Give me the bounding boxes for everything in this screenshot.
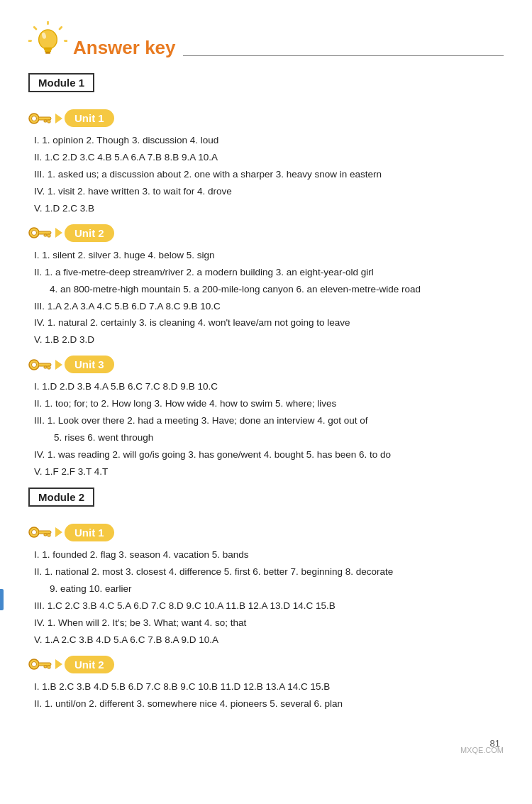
unit2-m2-header: Unit 2: [28, 656, 504, 673]
unit2-m1-badge: Unit 2: [65, 224, 114, 242]
unit3-m1-row-IV: IV. 1. was reading 2. will go/is going 3…: [34, 447, 504, 463]
unit1-m2-answers: I. 1. founded 2. flag 3. season 4. vacat…: [28, 547, 504, 649]
unit2-m1-header: Unit 2: [28, 224, 504, 242]
svg-rect-32: [38, 663, 51, 666]
module2: Module 2 Unit 1 I. 1. founded 2. flag: [28, 488, 504, 712]
header-underline: [183, 55, 504, 56]
svg-rect-17: [38, 231, 51, 234]
unit2-m1-row-V: V. 1.B 2.D 3.D: [34, 332, 504, 348]
unit1-m1-row-I: I. 1. opinion 2. Though 3. discussion 4.…: [34, 133, 504, 149]
unit2-m2: Unit 2 I. 1.B 2.C 3.B 4.D 5.B 6.D 7.C 8.…: [28, 656, 504, 712]
svg-rect-27: [38, 531, 51, 534]
unit1-m2-row-I: I. 1. founded 2. flag 3. season 4. vacat…: [34, 547, 504, 563]
unit3-m1-answers: I. 1.D 2.D 3.B 4.A 5.B 6.C 7.C 8.D 9.B 1…: [28, 379, 504, 480]
svg-rect-12: [38, 117, 51, 120]
svg-rect-33: [48, 666, 50, 668]
unit3-m1-badge: Unit 3: [65, 356, 114, 373]
svg-rect-7: [45, 50, 51, 52]
svg-rect-8: [45, 52, 50, 54]
svg-point-16: [32, 231, 37, 236]
unit1-m1-row-III: III. 1. asked us; a discussion about 2. …: [34, 167, 504, 183]
unit1-m1-row-II: II. 1.C 2.D 3.C 4.B 5.A 6.A 7.B 8.B 9.A …: [34, 150, 504, 166]
svg-rect-23: [48, 366, 50, 369]
svg-point-11: [32, 116, 37, 121]
svg-rect-28: [48, 534, 50, 536]
unit1-m1-answers: I. 1. opinion 2. Though 3. discussion 4.…: [28, 133, 504, 217]
header: Answer key: [28, 21, 504, 60]
arrow-icon: [55, 114, 62, 123]
arrow-icon-m2u2: [55, 659, 62, 669]
modules-container: Module 1 Unit 1 I.: [28, 73, 504, 712]
unit1-m1-badge: Unit 1: [65, 109, 114, 127]
unit1-m1-row-V: V. 1.D 2.C 3.B: [34, 201, 504, 217]
side-marker: [0, 589, 4, 610]
svg-line-1: [60, 27, 62, 29]
unit3-m1-row-III: III. 1. Look over there 2. had a meeting…: [34, 413, 504, 429]
unit1-m2-row-II: II. 1. national 2. most 3. closest 4. di…: [34, 564, 504, 580]
unit2-m1-row-I: I. 1. silent 2. silver 3. huge 4. below …: [34, 248, 504, 264]
unit2-m1-row-III: III. 1.A 2.A 3.A 4.C 5.B 6.D 7.A 8.C 9.B…: [34, 299, 504, 315]
svg-rect-24: [44, 366, 47, 368]
svg-rect-14: [44, 120, 47, 122]
svg-rect-29: [44, 534, 47, 536]
svg-point-26: [32, 530, 37, 535]
unit2-m2-row-II: II. 1. until/on 2. different 3. somewher…: [34, 696, 504, 712]
unit2-m1: Unit 2 I. 1. silent 2. silver 3. huge 4.…: [28, 224, 504, 349]
svg-line-3: [34, 27, 36, 29]
svg-rect-18: [48, 234, 50, 237]
key-icon-left-m2u2: [28, 658, 54, 671]
svg-rect-13: [48, 120, 50, 123]
unit1-m1-row-IV: IV. 1. visit 2. have written 3. to wait …: [34, 184, 504, 200]
page: Answer key Module 1: [0, 0, 532, 761]
unit1-m2-row-V: V. 1.A 2.C 3.B 4.D 5.A 6.C 7.B 8.A 9.D 1…: [34, 632, 504, 649]
svg-rect-19: [44, 234, 47, 236]
unit1-m2-header: Unit 1: [28, 524, 504, 541]
unit1-m2-row-IV: IV. 1. When will 2. It's; be 3. What; wa…: [34, 615, 504, 632]
module1: Module 1 Unit 1 I.: [28, 73, 504, 480]
unit1-m2-row-III: III. 1.C 2.C 3.B 4.C 5.A 6.D 7.C 8.D 9.C…: [34, 598, 504, 615]
unit2-m2-answers: I. 1.B 2.C 3.B 4.D 5.B 6.D 7.C 8.B 9.C 1…: [28, 679, 504, 712]
lightbulb-icon: [28, 21, 67, 60]
svg-point-31: [32, 662, 37, 667]
svg-rect-34: [44, 666, 47, 668]
svg-rect-6: [44, 48, 52, 50]
unit3-m1-row-I: I. 1.D 2.D 3.B 4.A 5.B 6.C 7.C 8.D 9.B 1…: [34, 379, 504, 395]
unit1-m2-row-II-cont: 9. eating 10. earlier: [34, 581, 504, 598]
arrow-icon-u2: [55, 228, 62, 238]
watermark: MXQE.COM: [460, 746, 504, 754]
key-icon-left-u2: [28, 226, 54, 239]
svg-point-21: [32, 362, 37, 367]
unit3-m1: Unit 3 I. 1.D 2.D 3.B 4.A 5.B 6.C 7.C 8.…: [28, 356, 504, 480]
unit2-m1-answers: I. 1. silent 2. silver 3. huge 4. below …: [28, 248, 504, 349]
unit2-m2-badge: Unit 2: [65, 656, 114, 673]
unit1-m2-badge: Unit 1: [65, 524, 114, 541]
arrow-icon-u3: [55, 360, 62, 370]
unit1-m2: Unit 1 I. 1. founded 2. flag 3. season 4…: [28, 524, 504, 649]
svg-rect-22: [38, 363, 51, 366]
module2-label: Module 2: [28, 488, 94, 507]
answer-key-title: Answer key: [73, 37, 176, 60]
svg-point-5: [39, 30, 57, 50]
key-icon-left-u3: [28, 358, 54, 371]
unit1-m1: Unit 1 I. 1. opinion 2. Though 3. discus…: [28, 109, 504, 217]
unit3-m1-header: Unit 3: [28, 356, 504, 373]
key-icon-left: [28, 112, 54, 125]
module1-label: Module 1: [28, 73, 94, 92]
unit2-m1-row-IV: IV. 1. natural 2. certainly 3. is cleani…: [34, 315, 504, 331]
unit3-m1-row-II: II. 1. too; for; to 2. How long 3. How w…: [34, 396, 504, 412]
unit3-m1-row-V: V. 1.F 2.F 3.T 4.T: [34, 464, 504, 480]
unit3-m1-row-III-cont: 5. rises 6. went through: [34, 430, 504, 446]
unit2-m2-row-I: I. 1.B 2.C 3.B 4.D 5.B 6.D 7.C 8.B 9.C 1…: [34, 679, 504, 695]
unit2-m1-row-II-cont: 4. an 800-metre-high mountain 5. a 200-m…: [34, 282, 504, 298]
unit2-m1-row-II: II. 1. a five-metre-deep stream/river 2.…: [34, 265, 504, 281]
unit1-m1-header: Unit 1: [28, 109, 504, 127]
key-icon-left-m2u1: [28, 526, 54, 539]
arrow-icon-m2u1: [55, 527, 62, 537]
